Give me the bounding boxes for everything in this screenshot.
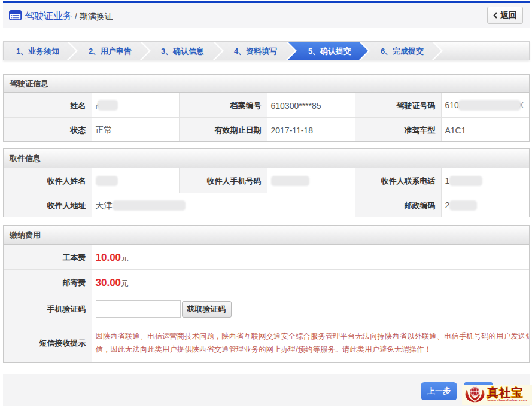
svg-text:2、用户申告: 2、用户申告: [89, 47, 132, 56]
svg-text:6、完成提交: 6、完成提交: [381, 47, 424, 56]
svg-text:1、业务须知: 1、业务须知: [16, 47, 59, 56]
svg-text:4、资料填写: 4、资料填写: [234, 47, 277, 56]
svg-text:3、确认信息: 3、确认信息: [161, 47, 204, 56]
svg-text:5、确认提交: 5、确认提交: [308, 47, 351, 56]
svg-text:真社宝: 真社宝: [487, 386, 524, 399]
svg-text:www.zhenshebao.com: www.zhenshebao.com: [487, 398, 528, 402]
